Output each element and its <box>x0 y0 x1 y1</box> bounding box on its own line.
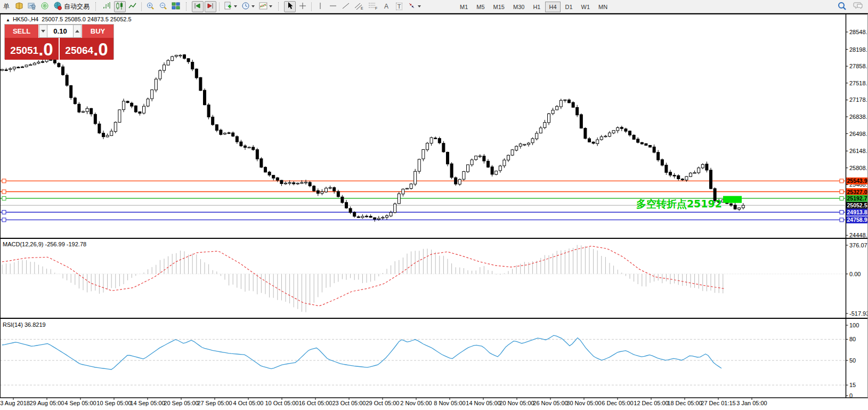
tab-timeframe-M1[interactable]: M1 <box>456 2 472 12</box>
line-handle[interactable] <box>840 190 843 194</box>
fibonacci-icon: F <box>368 2 378 12</box>
svg-text:16 Oct 05:00: 16 Oct 05:00 <box>299 400 332 406</box>
tile-windows-button[interactable] <box>170 1 182 12</box>
tab-timeframe-M30[interactable]: M30 <box>509 2 528 12</box>
buy-price-display[interactable]: 25064.0 <box>60 38 113 60</box>
tab-timeframe-H4[interactable]: H4 <box>545 2 560 12</box>
line-handle[interactable] <box>840 218 843 222</box>
equidistant-channel-button[interactable]: E <box>353 1 366 12</box>
svg-text:29 Oct 05:00: 29 Oct 05:00 <box>366 400 400 406</box>
sell-price-decimal: .0 <box>38 41 53 59</box>
chevron-down-icon <box>252 5 255 7</box>
svg-text:8 Nov 05:00: 8 Nov 05:00 <box>434 400 465 406</box>
zoom-out-button[interactable] <box>157 1 169 12</box>
book-icon <box>15 2 23 12</box>
line-chart-mode-button[interactable] <box>127 1 139 12</box>
clock-icon <box>241 2 250 12</box>
tab-timeframe-D1[interactable]: D1 <box>562 2 577 12</box>
line-handle[interactable] <box>840 179 843 183</box>
buy-price-main: 25064 <box>65 43 93 59</box>
line-handle[interactable] <box>840 210 843 214</box>
volume-input[interactable] <box>47 25 73 38</box>
volume-decrease-button[interactable] <box>39 25 47 38</box>
line-handle[interactable] <box>840 197 843 200</box>
auto-scroll-button[interactable] <box>192 1 204 12</box>
auto-scroll-icon <box>193 2 202 12</box>
crosshair-button[interactable] <box>297 1 309 12</box>
trendline-button[interactable] <box>340 1 352 12</box>
svg-text:14 Nov 05:00: 14 Nov 05:00 <box>466 400 500 406</box>
svg-text:18 Dec 05:00: 18 Dec 05:00 <box>667 400 702 406</box>
svg-text:14 Sep 05:00: 14 Sep 05:00 <box>130 400 165 406</box>
periods-button[interactable] <box>240 1 256 12</box>
macd-label: MACD(12,26,9) -256.99 -192.78 <box>3 241 86 247</box>
one-click-trading-panel: SELL BUY 25051.0 25064.0 <box>4 24 114 59</box>
volume-increase-button[interactable] <box>73 25 82 38</box>
line-handle[interactable] <box>2 179 6 183</box>
candlestick-icon <box>116 2 124 12</box>
toolbar: 单 自动交易 <box>0 0 868 13</box>
fibo-f-letter: F <box>375 6 377 10</box>
fibonacci-button[interactable]: F <box>367 1 379 12</box>
vertical-line-button[interactable] <box>314 1 326 12</box>
timeframe-toolbar: M1M5M15M30H1H4D1W1MN <box>456 1 612 13</box>
buy-button[interactable]: BUY <box>82 25 113 38</box>
market-watch-button[interactable] <box>26 1 38 12</box>
cursor-button[interactable] <box>284 1 296 12</box>
tab-timeframe-M5[interactable]: M5 <box>473 2 488 12</box>
svg-text:26498.0: 26498.0 <box>849 131 868 137</box>
zoom-in-button[interactable] <box>144 1 156 12</box>
chart-shift-button[interactable] <box>205 1 216 12</box>
cursor-icon <box>286 2 294 12</box>
toolbar-grip <box>278 2 281 11</box>
trendline-icon <box>342 2 350 12</box>
line-handle[interactable] <box>2 210 6 214</box>
tab-timeframe-W1[interactable]: W1 <box>578 2 594 12</box>
sell-button[interactable]: SELL <box>5 25 39 38</box>
line-handle[interactable] <box>2 197 6 200</box>
chat-icon[interactable] <box>853 1 864 13</box>
candlestick-mode-button[interactable] <box>114 1 126 12</box>
new-order-label: 单 <box>3 2 10 11</box>
tab-timeframe-MN[interactable]: MN <box>595 2 611 12</box>
text-button[interactable]: A <box>380 1 392 12</box>
svg-text:12 Dec 05:00: 12 Dec 05:00 <box>634 400 668 406</box>
indicators-icon <box>259 2 267 12</box>
bar-chart-icon <box>103 2 111 12</box>
arrows-button[interactable] <box>406 1 423 12</box>
tab-timeframe-H1[interactable]: H1 <box>529 2 544 12</box>
radar-icon <box>40 2 49 12</box>
autotrading-button[interactable]: 自动交易 <box>52 1 91 12</box>
svg-text:80: 80 <box>849 336 856 342</box>
new-chart-button[interactable] <box>222 1 239 12</box>
tab-timeframe-M15[interactable]: M15 <box>490 2 508 12</box>
text-label-button[interactable]: T <box>393 1 405 12</box>
highlight-box[interactable] <box>723 196 742 203</box>
sell-price-display[interactable]: 25051.0 <box>5 38 59 60</box>
new-order-button[interactable]: 单 <box>1 1 12 12</box>
chart-canvas[interactable]: 28548.028198.027858.027518.027178.026838… <box>0 13 868 410</box>
svg-text:27 Sep 05:00: 27 Sep 05:00 <box>197 400 232 406</box>
search-icon[interactable] <box>837 1 847 13</box>
svg-text:25327.0: 25327.0 <box>847 189 867 195</box>
svg-text:25052.5: 25052.5 <box>847 202 867 208</box>
svg-text:25192.7: 25192.7 <box>847 195 867 202</box>
indicators-button[interactable] <box>257 1 274 12</box>
collapse-arrow-icon[interactable]: ▲ <box>6 18 10 22</box>
svg-text:3 Jan 05:00: 3 Jan 05:00 <box>736 400 767 406</box>
svg-text:23 Oct 05:00: 23 Oct 05:00 <box>332 400 366 406</box>
signals-button[interactable] <box>39 1 51 12</box>
vertical-line-icon <box>316 2 325 12</box>
bar-chart-mode-button[interactable] <box>101 1 113 12</box>
annotation-text: 多空转折点25192 <box>546 197 722 211</box>
history-center-button[interactable] <box>13 1 25 12</box>
line-chart-icon <box>128 2 137 12</box>
line-handle[interactable] <box>2 190 6 194</box>
spin-down-icon <box>41 30 45 33</box>
line-handle[interactable] <box>2 218 6 222</box>
crosshair-icon <box>298 2 307 12</box>
svg-text:26 Nov 05:00: 26 Nov 05:00 <box>533 400 567 406</box>
autotrading-icon <box>53 2 62 12</box>
chevron-down-icon <box>234 5 237 7</box>
horizontal-line-button[interactable] <box>327 1 339 12</box>
